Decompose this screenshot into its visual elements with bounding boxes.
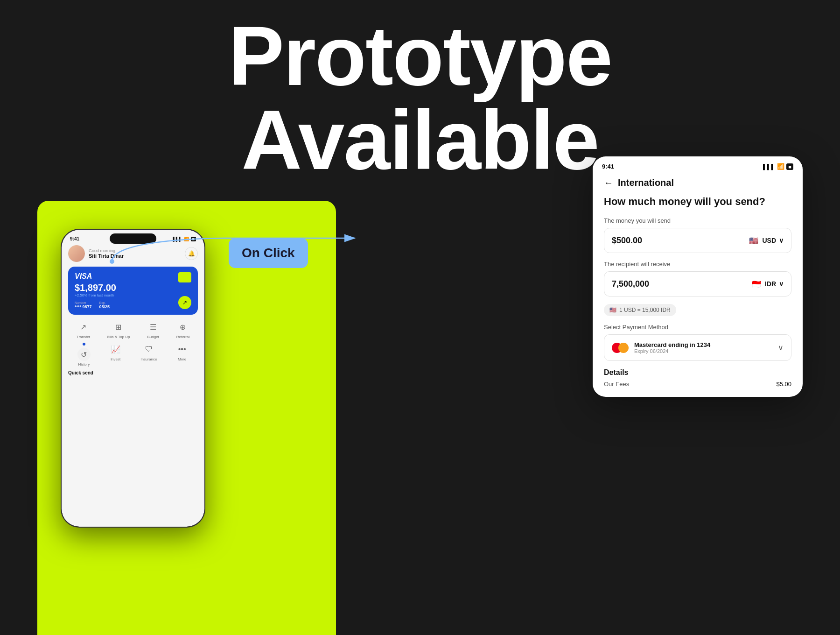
card-exp-label: Exp.	[99, 301, 110, 304]
nav-history-label: History	[78, 362, 90, 367]
back-button[interactable]: ←	[604, 177, 613, 188]
our-fees-label: Our Fees	[604, 381, 629, 388]
nav-transfer[interactable]: ↗ Transfer	[77, 320, 91, 339]
receive-currency-badge[interactable]: 🇮🇩 IDR ∨	[751, 278, 784, 289]
send-field-label: The money you will send	[604, 217, 791, 224]
receive-field-label: The recipient will receive	[604, 261, 791, 268]
card-arrow-button[interactable]: ↗	[178, 296, 191, 309]
payment-card-name: Mastercard ending in 1234	[634, 341, 710, 348]
left-phone-mockup: 9:41 ▌▌▌ 📶 ■ Good morning, Siti Tirta Di…	[61, 229, 205, 528]
nav-budget-label: Budget	[147, 335, 159, 339]
back-nav-row: ← International	[604, 177, 791, 188]
nav-transfer-label: Transfer	[77, 335, 91, 339]
send-currency-badge[interactable]: 🇺🇸 USD ∨	[748, 235, 784, 246]
card-change: +2.50% from last month	[75, 293, 191, 297]
send-currency-chevron: ∨	[779, 237, 784, 244]
mastercard-icon	[612, 343, 629, 353]
exchange-rate-tag: 🇺🇸 1 USD = 15,000 IDR	[604, 304, 676, 316]
more-icon: •••	[175, 343, 189, 356]
right-phone-content: ← International How much money will you …	[593, 174, 803, 397]
nav-row-2: ↺ History 📈 Invest 🛡 Insurance ••• More	[68, 343, 198, 367]
send-currency-label: USD	[762, 237, 776, 244]
card-number-value: **** 9877	[75, 304, 92, 309]
idr-flag: 🇮🇩	[751, 278, 762, 289]
nav-invest-label: Invest	[111, 357, 120, 361]
nav-more[interactable]: ••• More	[175, 343, 189, 367]
referral-icon: ⊕	[176, 320, 189, 333]
notification-bell[interactable]: 🔔	[185, 247, 198, 260]
greeting-text: Good morning,	[89, 248, 124, 253]
insurance-icon: 🛡	[142, 343, 155, 356]
send-amount-value: $500.00	[612, 236, 642, 246]
payment-chevron-down[interactable]: ∨	[778, 343, 784, 352]
avatar	[68, 245, 85, 262]
transfer-icon: ↗	[77, 320, 90, 333]
exchange-flag: 🇺🇸	[609, 307, 616, 313]
card-brand: VISA	[75, 272, 191, 281]
nav-active-dot	[83, 343, 85, 346]
right-screen-title: International	[618, 177, 674, 188]
payment-expiry: Expiry 06/2024	[634, 348, 710, 354]
card-number-label: Number	[75, 301, 92, 304]
left-phone-header: Good morning, Siti Tirta Dinar 🔔	[68, 245, 198, 262]
right-status-icons: ▌▌▌ 📶 ■	[763, 163, 793, 170]
user-name: Siti Tirta Dinar	[89, 253, 124, 259]
on-click-label: On Click	[242, 246, 295, 260]
avatar-image	[68, 245, 85, 262]
card-exp-value: 05/25	[99, 304, 110, 309]
nav-budget[interactable]: ☰ Budget	[147, 320, 160, 339]
usd-flag: 🇺🇸	[748, 235, 759, 246]
payment-info: Mastercard ending in 1234 Expiry 06/2024	[634, 341, 710, 354]
payment-method-left: Mastercard ending in 1234 Expiry 06/2024	[612, 341, 710, 354]
nav-history[interactable]: ↺ History	[77, 343, 91, 367]
invest-icon: 📈	[109, 343, 122, 356]
nav-insurance[interactable]: 🛡 Insurance	[140, 343, 157, 367]
payment-method-label: Select Payment Method	[604, 324, 791, 331]
send-amount-input[interactable]: $500.00 🇺🇸 USD ∨	[604, 228, 791, 253]
nav-referral[interactable]: ⊕ Referral	[176, 320, 189, 339]
on-click-bubble[interactable]: On Click	[229, 238, 308, 268]
payment-method-selector[interactable]: Mastercard ending in 1234 Expiry 06/2024…	[604, 334, 791, 361]
budget-icon: ☰	[147, 320, 160, 333]
right-status-time: 9:41	[602, 163, 614, 170]
send-question: How much money will you send?	[604, 196, 791, 208]
right-status-bar: 9:41 ▌▌▌ 📶 ■	[593, 156, 803, 174]
receive-currency-chevron: ∨	[779, 280, 784, 288]
left-status-icons: ▌▌▌ 📶 ■	[173, 237, 196, 241]
card-chip	[178, 272, 191, 282]
card-balance: $1,897.00	[75, 282, 191, 293]
receive-amount-value: 7,500,000	[612, 279, 649, 289]
bank-card[interactable]: VISA $1,897.00 +2.50% from last month Nu…	[68, 267, 198, 315]
exchange-rate-text: 1 USD = 15,000 IDR	[619, 307, 671, 313]
receive-currency-label: IDR	[765, 280, 776, 288]
mc-orange-circle	[618, 343, 629, 353]
nav-bills[interactable]: ⊞ Bills & Top Up	[107, 320, 130, 339]
nav-bills-label: Bills & Top Up	[107, 335, 130, 339]
nav-referral-label: Referral	[176, 335, 189, 339]
quick-send-label: Quick send	[68, 370, 198, 375]
left-phone-content: Good morning, Siti Tirta Dinar 🔔 VISA $1…	[62, 243, 204, 377]
right-phone-panel: 9:41 ▌▌▌ 📶 ■ ← International How much mo…	[593, 156, 803, 397]
hero-line1: Prototype	[0, 14, 840, 98]
left-phone-screen: 9:41 ▌▌▌ 📶 ■ Good morning, Siti Tirta Di…	[62, 230, 204, 527]
card-details: Number **** 9877 Exp. 05/25	[75, 301, 191, 309]
fees-row: Our Fees $5.00	[604, 381, 791, 388]
left-status-time: 9:41	[70, 236, 79, 241]
receive-amount-input[interactable]: 7,500,000 🇮🇩 IDR ∨	[604, 271, 791, 296]
history-icon: ↺	[77, 348, 91, 361]
nav-row-1: ↗ Transfer ⊞ Bills & Top Up ☰ Budget ⊕ R…	[68, 320, 198, 339]
nav-invest[interactable]: 📈 Invest	[109, 343, 122, 367]
phone-notch	[110, 233, 156, 244]
nav-insurance-label: Insurance	[140, 357, 157, 361]
nav-more-label: More	[178, 357, 186, 361]
our-fees-value: $5.00	[776, 381, 791, 388]
bills-icon: ⊞	[112, 320, 125, 333]
details-section-label: Details	[604, 368, 791, 377]
